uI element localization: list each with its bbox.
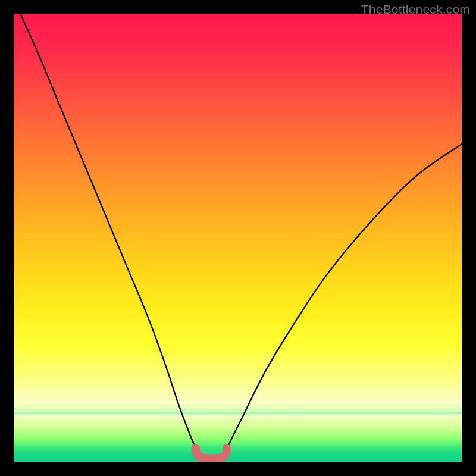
curve-svg [14, 14, 462, 462]
chart-stage: TheBottleneck.com [0, 0, 476, 476]
trough-accent [196, 448, 227, 458]
v-curve-line [14, 14, 462, 459]
plot-area [14, 14, 462, 462]
